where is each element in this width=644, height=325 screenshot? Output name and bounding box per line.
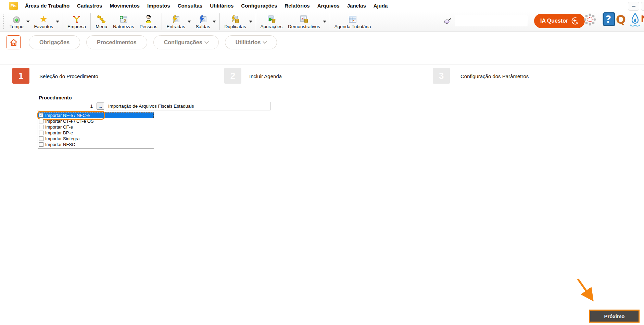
menu-janelas[interactable]: Janelas	[343, 0, 370, 11]
menu-bar: Áreas de Trabalho Cadastros Movimentos I…	[21, 0, 391, 11]
list-item-importar-bpe[interactable]: Importar BP-e	[38, 130, 154, 136]
toolbar-button-menu[interactable]: Menu	[92, 13, 110, 30]
wizard-step-3-badge: 3	[433, 68, 450, 84]
toolbar-button-apuracoes[interactable]: Apurações	[258, 13, 286, 30]
search-input[interactable]	[455, 16, 527, 26]
duplicates-coins-icon	[230, 14, 240, 23]
app-logo-icon: Fis	[9, 2, 18, 10]
toolbar-button-empresa[interactable]: Empresa	[65, 13, 89, 30]
ia-questor-label: IA Questor	[540, 18, 568, 24]
toolbar-button-demonstrativos[interactable]: Demonstrativos	[285, 13, 323, 30]
toolbar-button-entradas[interactable]: Entradas	[164, 13, 188, 30]
toolbar-button-favoritos[interactable]: ★ Favoritos	[31, 13, 56, 30]
ai-sparkle-icon	[571, 17, 579, 25]
water-drop-icon[interactable]	[629, 12, 642, 27]
statements-calendar-icon	[299, 14, 309, 23]
partial-logo-icon: N	[641, 14, 644, 24]
wizard-step-2-label: Incluir Agenda	[249, 73, 282, 79]
menu-ajuda[interactable]: Ajuda	[370, 0, 392, 11]
chevron-down-icon	[204, 39, 209, 44]
settings-dots-icon[interactable]	[583, 12, 597, 27]
duplicatas-dropdown-caret-icon[interactable]	[249, 21, 252, 23]
toolbar-grip-handle[interactable]	[3, 14, 4, 29]
wizard-step-2-badge: 2	[224, 68, 241, 84]
checkbox-icon[interactable]	[39, 125, 43, 129]
list-item-importar-nfe[interactable]: ✓ Importar NF-e / NFC-e	[38, 112, 154, 118]
minimize-icon	[632, 4, 636, 8]
toolbar-separator	[162, 13, 162, 30]
list-item-importar-cfe[interactable]: Importar CF-e	[38, 124, 154, 130]
checkbox-icon[interactable]	[39, 136, 43, 141]
toolbar-button-agenda-tributaria[interactable]: Agenda Tributária	[332, 13, 374, 30]
menu-movimentos[interactable]: Movimentos	[106, 0, 143, 11]
checkbox-icon[interactable]	[39, 142, 43, 147]
toolbar-separator	[330, 13, 330, 30]
procedimento-browse-button[interactable]: ...	[97, 103, 104, 110]
toolbar-button-saidas[interactable]: Saídas	[193, 13, 213, 30]
section-nav: Obrigações Procedimentos Configurações U…	[0, 35, 644, 51]
next-button[interactable]: Próximo	[589, 310, 640, 323]
natures-grid-icon: $	[119, 14, 128, 23]
title-bar: Fis Áreas de Trabalho Cadastros Moviment…	[0, 0, 644, 11]
questor-q-logo-icon[interactable]: Q	[616, 14, 626, 25]
menu-configuracoes[interactable]: Configurações	[237, 0, 281, 11]
home-button[interactable]	[7, 35, 21, 49]
toolbar-separator	[256, 13, 256, 30]
toolbar-separator	[219, 13, 220, 30]
exits-bolt-icon	[198, 14, 207, 23]
star-icon: ★	[40, 14, 48, 23]
tempo-dropdown-caret-icon[interactable]	[26, 21, 30, 23]
maximize-button[interactable]	[641, 2, 644, 11]
menu-arquivos[interactable]: Arquivos	[314, 0, 343, 11]
tab-utilitarios[interactable]: Utilitários	[225, 35, 277, 49]
menu-consultas[interactable]: Consultas	[174, 0, 206, 11]
home-icon	[10, 38, 18, 47]
menu-utilitarios[interactable]: Utilitários	[206, 0, 237, 11]
entries-bolt-icon	[171, 14, 180, 23]
clock-orb-icon	[13, 14, 20, 23]
procedure-checklist: ✓ Importar NF-e / NFC-e Importar CT-e / …	[38, 112, 154, 149]
list-item-importar-nfsc[interactable]: Importar NFSC	[38, 142, 154, 147]
list-item-importar-sintegra[interactable]: Importar Sintegra	[38, 136, 154, 142]
svg-text:?: ?	[606, 14, 611, 25]
procedimento-name-input[interactable]	[106, 102, 270, 110]
menu-impostos[interactable]: Impostos	[143, 0, 174, 11]
favoritos-dropdown-caret-icon[interactable]	[56, 21, 59, 23]
toolbar-button-naturezas[interactable]: $ Naturezas	[110, 13, 137, 30]
menu-areas-de-trabalho[interactable]: Áreas de Trabalho	[21, 0, 73, 11]
wizard-step-3-label: Configuração dos Parâmetros	[460, 73, 529, 79]
menu-cadastros[interactable]: Cadastros	[73, 0, 106, 11]
toolbar-button-tempo[interactable]: Tempo	[7, 13, 26, 30]
svg-text:$: $	[124, 19, 126, 22]
saidas-dropdown-caret-icon[interactable]	[213, 21, 216, 23]
procedimento-label: Procedimento	[39, 95, 72, 100]
tab-configuracoes[interactable]: Configurações	[153, 35, 219, 49]
wizard-step-1-label: Seleção do Procedimento	[39, 73, 98, 79]
checkbox-icon[interactable]	[39, 131, 43, 135]
help-book-icon[interactable]: ?	[600, 11, 617, 28]
minimize-button[interactable]	[628, 2, 639, 11]
toolbar-separator	[90, 13, 91, 30]
company-icon	[72, 14, 81, 23]
procedimento-code-input[interactable]	[37, 102, 95, 110]
checkbox-checked-icon[interactable]: ✓	[39, 113, 43, 118]
demonstrativos-dropdown-caret-icon[interactable]	[323, 21, 326, 23]
toolbar-button-pessoas[interactable]: Pessoas	[137, 13, 160, 30]
toolbar-button-duplicatas[interactable]: Duplicatas	[222, 13, 249, 30]
apurations-play-icon	[267, 14, 276, 23]
menu-chain-icon	[97, 14, 106, 23]
list-item-importar-cte[interactable]: Importar CT-e / CT-e OS	[38, 118, 154, 124]
menu-relatorios[interactable]: Relatórios	[281, 0, 313, 11]
tab-procedimentos[interactable]: Procedimentos	[86, 35, 147, 49]
toolbar-separator	[63, 13, 63, 30]
annotation-arrow-icon	[575, 276, 597, 306]
checkbox-icon[interactable]	[39, 119, 43, 123]
tab-obrigacoes[interactable]: Obrigações	[29, 35, 80, 49]
main-toolbar: Tempo ★ Favoritos Empresa Menu $	[0, 12, 644, 32]
ia-questor-button[interactable]: IA Questor	[534, 14, 585, 28]
person-icon	[144, 14, 153, 23]
wizard-step-1-badge: 1	[12, 68, 29, 84]
entradas-dropdown-caret-icon[interactable]	[188, 21, 191, 23]
tax-agenda-calendar-icon	[348, 14, 357, 23]
header-divider	[0, 64, 644, 64]
